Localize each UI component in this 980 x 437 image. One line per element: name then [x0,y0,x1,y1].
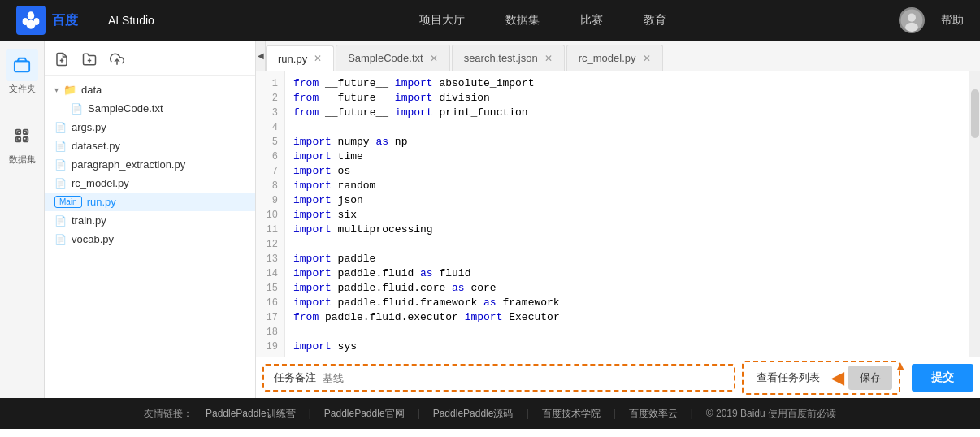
nav-right: 帮助 [899,7,964,33]
help-link[interactable]: 帮助 [941,13,964,28]
file-item-rcmodel[interactable]: 📄 rc_model.py [45,174,255,193]
scrollbar-vertical[interactable] [969,71,980,357]
footer-paddleofficial[interactable]: PaddlePaddle官网 [324,407,405,421]
scrollbar-thumb[interactable] [971,89,979,138]
svg-point-6 [905,23,918,32]
file-icon-rcmodel: 📄 [54,178,67,189]
filename-paragraph: paragraph_extraction.py [72,158,185,171]
tabs-bar: ◀ run.py ✕ SampleCode.txt ✕ search.test.… [256,41,980,71]
file-item-trainpy[interactable]: 📄 train.py [45,211,255,230]
tab-searchtest-label: search.test.json [464,52,538,64]
footer-prefix: 友情链接： [144,407,193,421]
tab-samplecode[interactable]: SampleCode.txt ✕ [336,45,450,71]
studio-label: AI Studio [108,14,154,27]
code-content[interactable]: from __future__ import absolute_importfr… [285,71,969,357]
file-item-vocabpy[interactable]: 📄 vocab.py [45,230,255,249]
filename-samplecode: SampleCode.txt [88,102,163,115]
user-avatar[interactable] [899,7,925,33]
tab-searchtest[interactable]: search.test.json ✕ [452,45,565,71]
editor-area: ◀ run.py ✕ SampleCode.txt ✕ search.test.… [256,41,980,398]
tab-searchtest-close[interactable]: ✕ [544,53,553,64]
task-note-label: 任务备注 [274,370,316,385]
footer: 友情链接： PaddlePaddle训练营 | PaddlePaddle官网 |… [0,398,980,429]
bottom-actions-wrapper: 任务备注 查看任务列表 ◀ 保存 ▲ 提交 [256,357,980,398]
line-numbers: 123456789101112131415161718192021222324 [256,71,285,357]
filename-args: args.py [72,121,106,133]
filename-rcmodel: rc_model.py [72,177,129,189]
footer-copyright: © 2019 Baidu 使用百度前必读 [706,407,836,421]
file-item-data[interactable]: ▾ 📁 data [45,80,255,99]
tab-samplecode-close[interactable]: ✕ [430,53,438,64]
svg-rect-7 [15,61,29,71]
sidebar-icons: 文件夹 数据集 [0,41,45,398]
sidebar-dataset[interactable] [6,119,38,152]
tab-samplecode-label: SampleCode.txt [348,52,423,64]
main-layout: 文件夹 数据集 [0,41,980,398]
upload-icon[interactable] [108,50,126,68]
submit-button[interactable]: 提交 [912,364,973,392]
file-item-runpy[interactable]: Main run.py [45,193,255,211]
logo-area: 百度 AI Studio [16,6,154,35]
right-action-section: 查看任务列表 ◀ 保存 [742,361,900,395]
file-tree-toolbar [45,47,255,76]
tab-rcmodel-close[interactable]: ✕ [643,53,651,64]
file-icon-paragraph: 📄 [54,159,67,171]
file-item-samplecode[interactable]: 📄 SampleCode.txt [45,99,255,118]
filename-runpy: run.py [87,196,116,208]
sidebar-file-manager[interactable] [6,49,38,81]
file-item-dataset[interactable]: 📄 dataset.py [45,136,255,155]
file-icon-vocabpy: 📄 [54,234,67,245]
svg-point-0 [28,11,34,19]
baseline-input[interactable] [323,372,724,384]
file-icon-samplecode: 📄 [71,103,83,115]
file-item-args[interactable]: 📄 args.py [45,118,255,136]
new-folder-icon[interactable] [80,50,98,68]
tab-runpy-close[interactable]: ✕ [314,53,322,64]
dataset-icon-group[interactable]: 数据集 [6,119,38,166]
svg-point-5 [908,14,916,22]
nav-links: 项目大厅 数据集 比赛 教育 [187,13,899,28]
nav-projects[interactable]: 项目大厅 [419,13,465,28]
filename-trainpy: train.py [72,214,106,227]
dataset-label: 数据集 [9,154,36,166]
logo-divider [93,12,93,28]
new-file-icon[interactable] [53,50,71,68]
nav-education[interactable]: 教育 [644,13,666,28]
file-tree: ▾ 📁 data 📄 SampleCode.txt 📄 args.py 📄 da… [45,41,256,398]
footer-baiduyunxiao[interactable]: 百度效率云 [629,407,678,421]
file-manager-icon-group[interactable]: 文件夹 [6,49,38,95]
filename-vocabpy: vocab.py [72,233,114,245]
arrow-right-decoration: ▲ [894,359,907,374]
file-item-paragraph[interactable]: 📄 paragraph_extraction.py [45,155,255,174]
file-icon-trainpy: 📄 [54,215,67,227]
footer-paddlesource[interactable]: PaddlePaddle源码 [433,407,514,421]
collapse-sidebar-btn[interactable]: ◀ [256,41,266,71]
folder-icon: 📁 [63,84,76,96]
baidu-logo [16,6,46,35]
nav-competition[interactable]: 比赛 [580,13,603,28]
tab-runpy-label: run.py [278,53,307,65]
task-note-section: 任务备注 [262,364,735,392]
code-editor[interactable]: 123456789101112131415161718192021222324 … [256,71,980,357]
view-tasks-button[interactable]: 查看任务列表 [750,367,826,388]
main-badge: Main [54,196,82,208]
file-icon-dataset: 📄 [54,141,67,152]
file-manager-label: 文件夹 [9,83,36,95]
baidu-text: 百度 [52,12,78,29]
folder-name: data [81,84,102,96]
tab-runpy[interactable]: run.py ✕ [266,45,334,71]
save-button[interactable]: 保存 [848,366,892,390]
tab-rcmodel[interactable]: rc_model.py ✕ [566,45,663,71]
tab-rcmodel-label: rc_model.py [579,52,636,64]
bottom-actions-bar: 任务备注 查看任务列表 ◀ 保存 ▲ 提交 [256,357,980,398]
top-navigation: 百度 AI Studio 项目大厅 数据集 比赛 教育 帮助 [0,0,980,41]
filename-dataset: dataset.py [72,140,120,152]
arrow-left-icon: ◀ [831,368,843,387]
file-icon-args: 📄 [54,122,67,133]
nav-datasets[interactable]: 数据集 [505,13,540,28]
svg-point-3 [26,19,35,28]
footer-baidutechacademy[interactable]: 百度技术学院 [542,407,601,421]
footer-paddletraining[interactable]: PaddlePaddle训练营 [206,407,296,421]
